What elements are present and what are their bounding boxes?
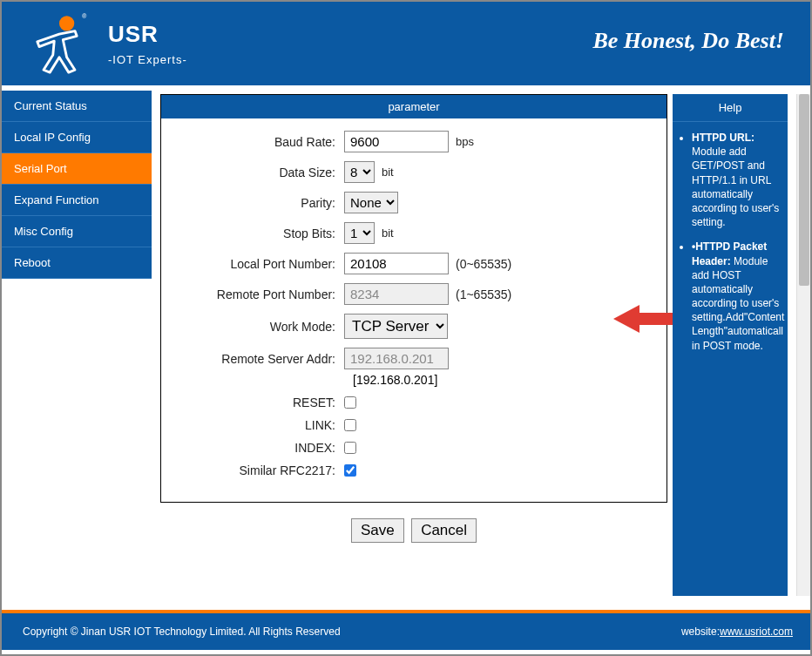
parity-label: Parity:	[179, 196, 344, 210]
help-item: •HTTPD Packet Header: Module add HOST au…	[692, 240, 782, 353]
sidebar-item-serial-port[interactable]: Serial Port	[2, 153, 152, 185]
reset-label: RESET:	[179, 396, 344, 409]
baud-rate-input[interactable]	[344, 131, 449, 152]
help-item-heading: HTTPD URL:	[692, 132, 754, 144]
rfc2217-label: Similar RFC2217:	[179, 463, 344, 477]
header: ® USR -IOT Experts- Be Honest, Do Best!	[2, 2, 810, 85]
index-checkbox[interactable]	[344, 442, 356, 454]
local-port-input[interactable]	[344, 253, 449, 274]
remote-port-label: Remote Port Number:	[179, 287, 344, 301]
remote-addr-input	[344, 348, 449, 369]
help-item-body: Module add HOST automatically according …	[692, 255, 784, 352]
cancel-button[interactable]: Cancel	[411, 518, 477, 543]
link-checkbox[interactable]	[344, 419, 356, 431]
parity-select[interactable]: None	[344, 192, 398, 213]
content-area: Current Status Local IP Config Serial Po…	[2, 85, 810, 608]
local-port-label: Local Port Number:	[179, 257, 344, 271]
work-mode-label: Work Mode:	[179, 320, 344, 334]
remote-addr-sub: [192.168.0.201]	[353, 373, 649, 387]
remote-port-input	[344, 283, 449, 305]
parameter-form: parameter Baud Rate: bps Data Size: 8 bi…	[160, 94, 667, 503]
footer: Copyright © Jinan USR IOT Technology Lim…	[2, 613, 810, 650]
sidebar: Current Status Local IP Config Serial Po…	[2, 91, 152, 608]
rfc2217-checkbox[interactable]	[344, 464, 356, 477]
help-panel: Help HTTPD URL: Module add GET/POST and …	[673, 94, 788, 596]
local-port-hint: (0~65535)	[456, 257, 511, 271]
help-item-body: Module add GET/POST and HTTP/1.1 in URL …	[692, 145, 779, 228]
work-mode-select[interactable]: TCP Server	[344, 314, 448, 339]
main-panel: parameter Baud Rate: bps Data Size: 8 bi…	[152, 91, 673, 608]
save-button[interactable]: Save	[351, 518, 404, 543]
brand-logo-icon: ®	[28, 12, 91, 75]
footer-copyright: Copyright © Jinan USR IOT Technology Lim…	[23, 626, 341, 638]
remote-port-hint: (1~65535)	[456, 287, 511, 301]
data-size-select[interactable]: 8	[344, 161, 375, 183]
sidebar-item-expand-function[interactable]: Expand Function	[2, 185, 152, 216]
sidebar-item-local-ip-config[interactable]: Local IP Config	[2, 122, 152, 153]
footer-website-label: website:	[681, 626, 720, 638]
data-size-label: Data Size:	[179, 166, 344, 179]
data-size-unit: bit	[382, 166, 394, 179]
stop-bits-unit: bit	[382, 227, 394, 240]
slogan: Be Honest, Do Best!	[592, 28, 784, 54]
sidebar-item-current-status[interactable]: Current Status	[2, 91, 152, 122]
svg-point-0	[59, 16, 74, 30]
baud-rate-unit: bps	[456, 135, 474, 148]
link-label: LINK:	[179, 418, 344, 432]
help-title: Help	[673, 94, 788, 122]
remote-addr-label: Remote Server Addr:	[179, 352, 344, 366]
brand-subtitle: -IOT Experts-	[108, 53, 187, 66]
scrollbar-thumb[interactable]	[799, 94, 809, 286]
help-item: HTTPD URL: Module add GET/POST and HTTP/…	[692, 131, 782, 229]
stop-bits-label: Stop Bits:	[179, 227, 344, 240]
sidebar-item-reboot[interactable]: Reboot	[2, 247, 152, 279]
index-label: INDEX:	[179, 441, 344, 455]
brand-title: USR	[108, 21, 187, 48]
sidebar-item-misc-config[interactable]: Misc Config	[2, 216, 152, 247]
baud-rate-label: Baud Rate:	[179, 135, 344, 149]
scrollbar[interactable]	[796, 94, 810, 596]
stop-bits-select[interactable]: 1	[344, 222, 375, 244]
logo-wrap: ® USR -IOT Experts-	[28, 12, 187, 75]
svg-text:®: ®	[82, 12, 87, 20]
form-title: parameter	[161, 95, 667, 118]
reset-checkbox[interactable]	[344, 396, 356, 409]
footer-website-link[interactable]: www.usriot.com	[720, 626, 793, 638]
